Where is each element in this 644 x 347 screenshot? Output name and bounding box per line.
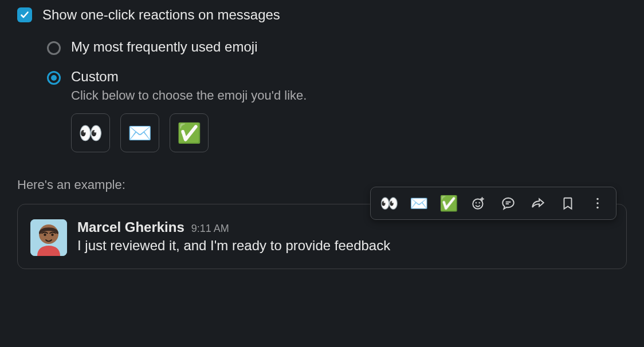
one-click-reactions-option: Show one-click reactions on messages (17, 7, 627, 23)
radio-frequent-label[interactable]: My most frequently used emoji (71, 39, 257, 55)
svg-point-1 (476, 203, 477, 203)
reply-thread-button[interactable] (496, 191, 521, 216)
message-body: Marcel Gherkins 9:11 AM I just reviewed … (77, 219, 614, 254)
add-reaction-button[interactable] (466, 191, 491, 216)
one-click-reactions-label[interactable]: Show one-click reactions on messages (42, 7, 280, 23)
more-vertical-icon (590, 196, 605, 211)
radio-custom-input[interactable] (47, 71, 61, 85)
radio-custom-label[interactable]: Custom (71, 69, 307, 85)
more-actions-button[interactable] (585, 191, 610, 216)
smiley-plus-icon (471, 196, 486, 211)
bookmark-button[interactable] (555, 191, 580, 216)
check-icon (20, 10, 29, 19)
share-arrow-icon (531, 196, 545, 211)
avatar-illustration-icon (30, 219, 67, 256)
custom-emoji-row: 👀 ✉️ ✅ (71, 113, 307, 152)
sender-name[interactable]: Marcel Gherkins (77, 219, 184, 235)
message-header: Marcel Gherkins 9:11 AM (77, 219, 614, 235)
radio-option-frequent: My most frequently used emoji (47, 39, 627, 55)
thread-icon (501, 196, 516, 211)
custom-emoji-slot-2[interactable]: ✉️ (120, 113, 159, 152)
radio-frequent-input[interactable] (47, 41, 61, 55)
emoji-source-radio-group: My most frequently used emoji Custom Cli… (47, 39, 627, 152)
svg-point-0 (473, 199, 482, 208)
radio-custom-description: Click below to choose the emoji you'd li… (71, 88, 307, 103)
quick-reaction-eyes[interactable]: 👀 (376, 191, 402, 216)
quick-reaction-check[interactable]: ✅ (436, 191, 461, 216)
svg-point-9 (51, 234, 53, 236)
custom-emoji-slot-1[interactable]: 👀 (71, 113, 110, 152)
bookmark-icon (560, 196, 575, 211)
message-actions-toolbar: 👀 ✉️ ✅ (370, 187, 616, 220)
svg-point-2 (479, 203, 480, 203)
example-message-wrapper: 👀 ✉️ ✅ (17, 204, 627, 269)
share-forward-button[interactable] (525, 191, 551, 216)
svg-point-4 (596, 202, 598, 204)
one-click-reactions-checkbox[interactable] (17, 7, 32, 22)
sender-avatar[interactable] (30, 219, 67, 256)
svg-point-3 (596, 198, 598, 200)
message-timestamp[interactable]: 9:11 AM (191, 223, 229, 235)
custom-emoji-slot-3[interactable]: ✅ (170, 113, 209, 152)
svg-point-5 (596, 207, 598, 208)
message-text: I just reviewed it, and I'm ready to pro… (77, 238, 614, 254)
quick-reaction-envelope[interactable]: ✉️ (406, 191, 431, 216)
radio-option-custom: Custom Click below to choose the emoji y… (47, 69, 627, 152)
svg-point-8 (44, 234, 46, 236)
